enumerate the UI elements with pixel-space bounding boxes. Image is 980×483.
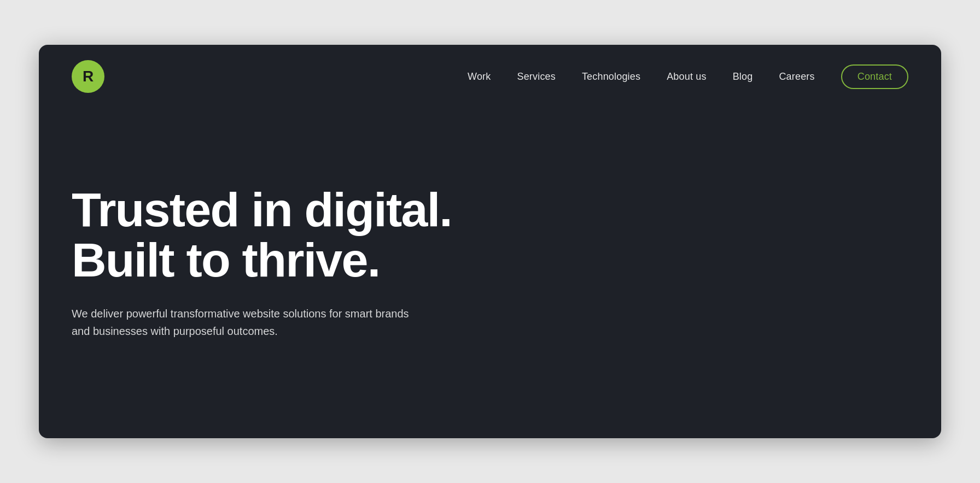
navbar: R Work Services Technologies About us Bl…	[39, 45, 941, 108]
page-wrapper: R Work Services Technologies About us Bl…	[39, 45, 941, 438]
hero-headline: Trusted in digital. Built to thrive.	[72, 185, 908, 286]
nav-link-work[interactable]: Work	[468, 71, 491, 82]
contact-button[interactable]: Contact	[841, 64, 908, 89]
nav-item-blog[interactable]: Blog	[733, 71, 753, 83]
hero-section: Trusted in digital. Built to thrive. We …	[39, 108, 941, 438]
nav-item-careers[interactable]: Careers	[779, 71, 814, 83]
nav-links: Work Services Technologies About us Blog…	[468, 64, 908, 89]
nav-item-about[interactable]: About us	[667, 71, 707, 83]
nav-link-technologies[interactable]: Technologies	[582, 71, 640, 82]
nav-item-technologies[interactable]: Technologies	[582, 71, 640, 83]
nav-link-about[interactable]: About us	[667, 71, 707, 82]
nav-link-careers[interactable]: Careers	[779, 71, 814, 82]
nav-item-services[interactable]: Services	[517, 71, 555, 83]
nav-item-work[interactable]: Work	[468, 71, 491, 83]
nav-link-services[interactable]: Services	[517, 71, 555, 82]
nav-item-contact[interactable]: Contact	[841, 64, 908, 89]
hero-headline-line2: Built to thrive.	[72, 233, 380, 287]
hero-subtext: We deliver powerful transformative websi…	[72, 305, 422, 340]
nav-link-blog[interactable]: Blog	[733, 71, 753, 82]
logo[interactable]: R	[72, 60, 104, 93]
hero-headline-line1: Trusted in digital.	[72, 182, 452, 237]
logo-letter: R	[83, 69, 94, 84]
